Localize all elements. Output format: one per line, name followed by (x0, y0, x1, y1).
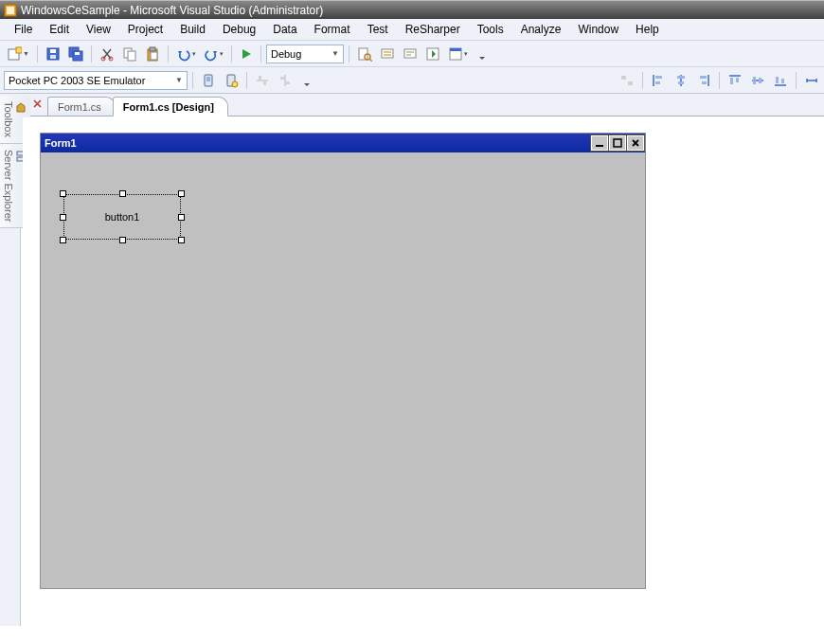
svg-rect-37 (678, 81, 684, 84)
chevron-down-icon: ▼ (331, 49, 339, 58)
menubar: File Edit View Project Build Debug Data … (0, 19, 824, 41)
resize-handle-sw[interactable] (60, 237, 66, 243)
designer-surface[interactable]: Form1 button1 (23, 117, 824, 644)
designer-form[interactable]: Form1 button1 (40, 133, 646, 589)
menu-analyze[interactable]: Analyze (512, 19, 570, 40)
toolbar-options-button[interactable] (473, 44, 492, 64)
device-toolbar: Pocket PC 2003 SE Emulator ▼ (0, 67, 824, 94)
form-titlebar: Form1 (41, 134, 645, 152)
menu-resharper[interactable]: ReSharper (397, 19, 469, 40)
svg-rect-23 (450, 48, 461, 51)
tab-order-button[interactable] (617, 70, 637, 91)
separator (260, 45, 261, 63)
svg-rect-41 (736, 78, 739, 82)
connect-device-button[interactable] (198, 70, 219, 91)
start-debug-button[interactable] (237, 44, 256, 64)
target-device-value: Pocket PC 2003 SE Emulator (9, 75, 145, 86)
align-top-button[interactable] (725, 70, 745, 91)
svg-rect-16 (151, 52, 157, 60)
tab-form1-design[interactable]: Form1.cs [Design] (113, 97, 228, 116)
align-bottom-button[interactable] (770, 70, 791, 91)
svg-rect-6 (50, 55, 56, 59)
comment-button[interactable] (377, 44, 398, 64)
window-titlebar: WindowsCeSample - Microsoft Visual Studi… (0, 0, 824, 19)
uncomment-button[interactable] (400, 44, 421, 64)
properties-window-button[interactable]: ▾ (445, 44, 471, 64)
new-project-button[interactable]: ▼ (4, 44, 32, 64)
maximize-button[interactable] (609, 135, 626, 151)
align-center-button[interactable] (671, 70, 691, 91)
tab-well-icon[interactable] (28, 95, 47, 114)
menu-project[interactable]: Project (119, 19, 171, 40)
paste-button[interactable] (142, 44, 163, 64)
menu-data[interactable]: Data (264, 19, 305, 40)
align-button-2[interactable] (275, 70, 296, 91)
menu-window[interactable]: Window (569, 19, 627, 40)
separator (642, 72, 643, 89)
resize-handle-e[interactable] (178, 214, 185, 221)
svg-rect-49 (614, 139, 621, 147)
save-all-button[interactable] (65, 44, 86, 64)
redo-button[interactable]: ▾ (201, 44, 226, 64)
config-combo-value: Debug (271, 48, 301, 60)
resize-handle-n[interactable] (119, 190, 126, 197)
svg-rect-40 (730, 78, 733, 84)
undo-button[interactable]: ▾ (173, 44, 199, 64)
target-device-combo[interactable]: Pocket PC 2003 SE Emulator ▼ (4, 71, 188, 90)
chevron-down-icon: ▼ (175, 76, 183, 84)
toolbar-options-button-2[interactable] (297, 70, 316, 91)
align-right-button[interactable] (693, 70, 714, 91)
svg-rect-30 (280, 77, 284, 80)
resize-handle-s[interactable] (119, 237, 126, 243)
svg-rect-45 (781, 79, 784, 83)
svg-rect-33 (628, 81, 633, 85)
resize-handle-ne[interactable] (178, 190, 185, 197)
save-button[interactable] (43, 44, 63, 64)
tab-label: Form1.cs (58, 101, 101, 113)
device-options-button[interactable] (221, 70, 242, 91)
align-left-button[interactable] (648, 70, 669, 91)
resize-handle-w[interactable] (60, 214, 66, 221)
menu-view[interactable]: View (78, 19, 119, 40)
separator (719, 72, 720, 89)
cut-button[interactable] (97, 44, 117, 64)
same-width-button[interactable] (801, 70, 822, 91)
button1[interactable]: button1 (67, 198, 177, 236)
menu-debug[interactable]: Debug (214, 19, 264, 40)
button1-text: button1 (105, 211, 140, 223)
svg-rect-28 (259, 76, 261, 80)
minimize-button[interactable] (591, 135, 608, 151)
svg-rect-39 (702, 81, 707, 84)
find-in-files-button[interactable] (354, 44, 375, 64)
svg-rect-38 (700, 76, 707, 79)
svg-rect-20 (404, 49, 416, 58)
copy-button[interactable] (119, 44, 140, 64)
toolbox-label: Toolbox (3, 101, 14, 137)
svg-rect-48 (596, 145, 603, 147)
menu-format[interactable]: Format (306, 19, 359, 40)
menu-test[interactable]: Test (359, 19, 397, 40)
svg-rect-43 (759, 78, 761, 83)
close-button[interactable] (627, 135, 644, 151)
separator (192, 72, 193, 89)
svg-rect-34 (655, 76, 662, 79)
selected-control[interactable]: button1 (60, 190, 185, 243)
menu-edit[interactable]: Edit (41, 19, 78, 40)
align-button-1[interactable] (252, 70, 273, 91)
menu-help[interactable]: Help (627, 19, 668, 40)
solution-explorer-button[interactable] (422, 44, 443, 64)
svg-rect-31 (286, 81, 290, 84)
separator (231, 45, 232, 63)
form-client-area[interactable]: button1 (41, 152, 645, 588)
tab-label: Form1.cs [Design] (123, 101, 214, 113)
config-combo[interactable]: Debug ▼ (266, 45, 344, 63)
svg-rect-13 (128, 51, 135, 61)
resize-handle-se[interactable] (178, 237, 185, 243)
tab-form1-cs[interactable]: Form1.cs (47, 97, 116, 116)
menu-build[interactable]: Build (171, 19, 214, 40)
align-middle-button[interactable] (747, 70, 768, 91)
menu-tools[interactable]: Tools (469, 19, 512, 40)
svg-rect-1 (7, 7, 14, 14)
resize-handle-nw[interactable] (60, 190, 66, 197)
menu-file[interactable]: File (6, 19, 41, 40)
